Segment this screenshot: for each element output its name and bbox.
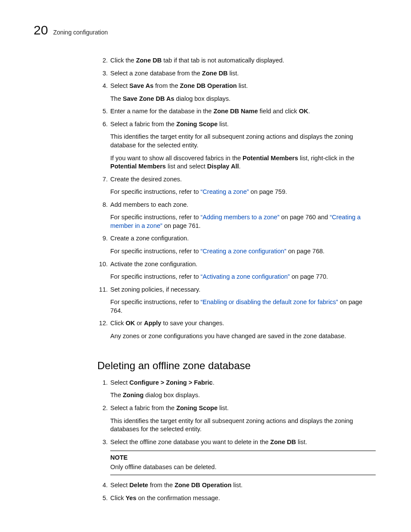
step-text: This identifies the target entity for al… <box>110 417 376 434</box>
section-title: Zoning configuration <box>53 28 108 37</box>
step-number: 4. <box>97 481 108 490</box>
step-text: The Zoning dialog box displays. <box>110 391 376 400</box>
step-number: 8. <box>97 201 108 209</box>
step-item: 5.Enter a name for the database in the Z… <box>97 107 376 116</box>
step-text: Any zones or zone configurations you hav… <box>110 332 376 341</box>
step-item: 4.Select Save As from the Zone DB Operat… <box>97 82 376 103</box>
step-text: Select a fabric from the Zoning Scope li… <box>110 404 376 413</box>
step-item: 7.Create the desired zones.For specific … <box>97 175 376 196</box>
cross-reference-link[interactable]: “Activating a zone configuration” <box>201 273 290 280</box>
content-area: 2.Click the Zone DB tab if that tab is n… <box>97 56 376 503</box>
step-text: Enter a name for the database in the Zon… <box>110 107 376 116</box>
step-text: Select Save As from the Zone DB Operatio… <box>110 82 376 90</box>
bold-text: OK <box>299 108 308 115</box>
bold-text: OK <box>125 320 135 327</box>
bold-text: Yes <box>125 495 136 501</box>
step-item: 11.Set zoning policies, if necessary.For… <box>97 286 376 315</box>
step-number: 10. <box>97 260 108 269</box>
step-number: 9. <box>97 234 108 243</box>
step-number: 12. <box>97 319 108 328</box>
step-text: Select the offline zone database you wan… <box>110 438 376 447</box>
step-item: 2.Select a fabric from the Zoning Scope … <box>97 404 376 434</box>
note-box: NOTEOnly offline databases can be delete… <box>110 451 376 475</box>
step-text: If you want to show all discovered fabri… <box>110 154 376 171</box>
bold-text: Zoning Scope <box>176 404 218 411</box>
cross-reference-link[interactable]: “Enabling or disabling the default zone … <box>201 299 338 305</box>
step-item: 3.Select the offline zone database you w… <box>97 438 376 476</box>
bold-text: Zone DB <box>270 439 296 445</box>
step-item: 5.Click Yes on the confirmation message. <box>97 494 376 503</box>
procedure-list-delete: 1.Select Configure > Zoning > Fabric.The… <box>97 379 376 503</box>
step-text: Add members to each zone. <box>110 201 376 209</box>
step-text: Create the desired zones. <box>110 175 376 184</box>
step-item: 3.Select a zone database from the Zone D… <box>97 69 376 78</box>
step-number: 1. <box>97 379 108 387</box>
step-item: 2.Click the Zone DB tab if that tab is n… <box>97 56 376 65</box>
step-item: 4.Select Delete from the Zone DB Operati… <box>97 481 376 490</box>
bold-text: Potential Members <box>110 163 166 170</box>
step-number: 3. <box>97 438 108 447</box>
step-text: For specific instructions, refer to “Add… <box>110 213 376 230</box>
step-text: For specific instructions, refer to “Cre… <box>110 247 376 256</box>
step-text: For specific instructions, refer to “Act… <box>110 273 376 281</box>
bold-text: Zone DB <box>136 57 162 64</box>
step-text: The Save Zone DB As dialog box displays. <box>110 95 376 103</box>
bold-text: Zoning Scope <box>176 121 218 128</box>
cross-reference-link[interactable]: “Creating a zone” <box>201 188 249 195</box>
step-text: This identifies the target entity for al… <box>110 133 376 149</box>
note-text: Only offline databases can be deleted. <box>110 464 216 470</box>
bold-text: Zone DB Name <box>213 108 258 115</box>
procedure-list-top: 2.Click the Zone DB tab if that tab is n… <box>97 56 376 341</box>
step-item: 9.Create a zone configuration.For specif… <box>97 234 376 255</box>
cross-reference-link[interactable]: “Adding members to a zone” <box>201 214 280 221</box>
bold-text: Delete <box>129 482 148 488</box>
step-text: For specific instructions, refer to “Cre… <box>110 188 376 196</box>
step-number: 5. <box>97 494 108 503</box>
bold-text: Zone DB <box>202 70 228 77</box>
step-number: 7. <box>97 175 108 184</box>
step-item: 8.Add members to each zone.For specific … <box>97 201 376 230</box>
subsection-heading: Deleting an offline zone database <box>97 359 376 373</box>
bold-text: Apply <box>144 320 161 327</box>
step-number: 4. <box>97 82 108 90</box>
step-number: 2. <box>97 404 108 413</box>
bold-text: Zone DB Operation <box>174 482 231 488</box>
step-text: Select a zone database from the Zone DB … <box>110 69 376 78</box>
step-item: 12.Click OK or Apply to save your change… <box>97 319 376 340</box>
step-text: Select Delete from the Zone DB Operation… <box>110 481 376 490</box>
step-item: 1.Select Configure > Zoning > Fabric.The… <box>97 379 376 400</box>
step-text: Select Configure > Zoning > Fabric. <box>110 379 376 387</box>
step-item: 10.Activate the zone configuration.For s… <box>97 260 376 281</box>
step-number: 6. <box>97 120 108 129</box>
note-title: NOTE <box>110 454 376 462</box>
step-text: Create a zone configuration. <box>110 234 376 243</box>
step-text: Activate the zone configuration. <box>110 260 376 269</box>
bold-text: Zone DB Operation <box>180 82 237 89</box>
page: 20 Zoning configuration 2.Click the Zone… <box>0 0 411 532</box>
step-number: 3. <box>97 69 108 78</box>
step-text: Click the Zone DB tab if that tab is not… <box>110 56 376 65</box>
step-text: Select a fabric from the Zoning Scope li… <box>110 120 376 129</box>
bold-text: Save Zone DB As <box>123 95 174 102</box>
bold-text: Display All <box>207 163 239 170</box>
step-number: 5. <box>97 107 108 116</box>
step-number: 2. <box>97 56 108 65</box>
step-text: Click OK or Apply to save your changes. <box>110 319 376 328</box>
bold-text: Potential Members <box>243 155 298 162</box>
chapter-number: 20 <box>34 24 48 37</box>
bold-text: Save As <box>129 82 153 89</box>
bold-text: Zoning <box>123 392 143 398</box>
step-text: Click Yes on the confirmation message. <box>110 494 376 503</box>
step-item: 6.Select a fabric from the Zoning Scope … <box>97 120 376 171</box>
bold-text: Configure > Zoning > Fabric <box>129 379 212 386</box>
step-text: For specific instructions, refer to “Ena… <box>110 298 376 315</box>
running-header: 20 Zoning configuration <box>34 24 377 37</box>
cross-reference-link[interactable]: “Creating a zone configuration” <box>201 248 286 255</box>
step-number: 11. <box>97 286 108 294</box>
step-text: Set zoning policies, if necessary. <box>110 286 376 294</box>
